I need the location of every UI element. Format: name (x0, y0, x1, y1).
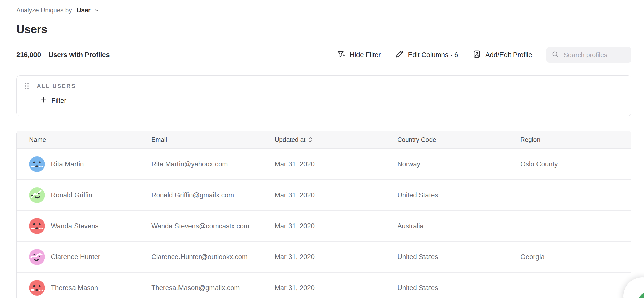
user-region: Georgia (520, 253, 631, 261)
avatar (29, 218, 45, 234)
profile-badge-icon (472, 50, 481, 60)
stats-toolbar-row: 216,000 Users with Profiles Hide Filter (16, 47, 631, 63)
column-header-region[interactable]: Region (520, 136, 631, 143)
analyze-by-label: Analyze Uniques by (16, 7, 72, 14)
user-email: Ronald.Griffin@gmailx.com (151, 191, 275, 199)
column-header-name[interactable]: Name (29, 136, 151, 143)
user-region: Oslo County (520, 160, 631, 168)
user-country: United States (397, 284, 520, 292)
table-row[interactable]: Wanda Stevens Wanda.Stevens@comcastx.com… (17, 211, 631, 242)
table-row[interactable]: Theresa Mason Theresa.Mason@gmailx.com M… (17, 273, 631, 298)
profiles-count-label: Users with Profiles (49, 51, 110, 59)
table-header-row: Name Email Updated at Country Code Regio… (17, 131, 631, 149)
user-updated-at: Mar 31, 2020 (275, 284, 397, 292)
user-email: Clarence.Hunter@outlookx.com (151, 253, 275, 261)
user-updated-at: Mar 31, 2020 (275, 222, 397, 230)
help-fab-icon (638, 291, 644, 298)
add-edit-profile-label: Add/Edit Profile (485, 51, 532, 59)
user-name[interactable]: Wanda Stevens (51, 222, 99, 230)
hide-filter-button[interactable]: Hide Filter (337, 50, 381, 60)
user-updated-at: Mar 31, 2020 (275, 191, 397, 199)
avatar (29, 156, 45, 172)
column-header-updated-at-label: Updated at (275, 136, 305, 143)
add-filter-label: Filter (51, 97, 66, 105)
analyze-bar: Analyze Uniques by User (16, 7, 631, 14)
user-name[interactable]: Theresa Mason (51, 284, 98, 292)
user-updated-at: Mar 31, 2020 (275, 160, 397, 168)
sort-icon[interactable] (308, 137, 312, 142)
avatar (29, 280, 45, 296)
toolbar: Hide Filter Edit Columns · 6 (337, 47, 631, 63)
table-row[interactable]: Ronald Griffin Ronald.Griffin@gmailx.com… (17, 180, 631, 211)
hide-filter-label: Hide Filter (350, 51, 381, 59)
add-edit-profile-button[interactable]: Add/Edit Profile (472, 50, 532, 60)
plus-icon (40, 96, 47, 105)
users-page: Analyze Uniques by User Users 216,000 Us… (0, 7, 644, 298)
user-email: Wanda.Stevens@comcastx.com (151, 222, 275, 230)
filter-group-label: ALL USERS (37, 83, 76, 89)
pencil-icon (395, 50, 404, 60)
page-title: Users (16, 23, 631, 36)
user-email: Theresa.Mason@gmailx.com (151, 284, 275, 292)
user-updated-at: Mar 31, 2020 (275, 253, 397, 261)
search-box[interactable] (546, 47, 631, 63)
filter-panel: ALL USERS Filter (16, 75, 631, 116)
user-country: Australia (397, 222, 520, 230)
column-header-updated-at[interactable]: Updated at (275, 136, 397, 143)
add-filter-button[interactable]: Filter (40, 96, 66, 105)
analyze-by-selector[interactable]: User (77, 7, 91, 14)
edit-columns-label: Edit Columns · 6 (408, 51, 458, 59)
avatar (29, 187, 45, 203)
user-country: United States (397, 253, 520, 261)
chevron-down-icon[interactable] (94, 8, 99, 13)
column-header-email[interactable]: Email (151, 136, 275, 143)
profiles-count: 216,000 (16, 51, 41, 59)
avatar (29, 249, 45, 265)
user-name[interactable]: Rita Martin (51, 160, 84, 168)
funnel-plus-icon (337, 50, 346, 60)
user-country: Norway (397, 160, 520, 168)
edit-columns-button[interactable]: Edit Columns · 6 (395, 50, 458, 60)
users-table: Name Email Updated at Country Code Regio… (16, 131, 631, 298)
user-country: United States (397, 191, 520, 199)
user-name[interactable]: Clarence Hunter (51, 253, 100, 261)
search-icon (551, 50, 559, 59)
user-name[interactable]: Ronald Griffin (51, 191, 92, 199)
user-email: Rita.Martin@yahoox.com (151, 160, 275, 168)
filter-group-row: ALL USERS (25, 83, 631, 89)
table-row[interactable]: Clarence Hunter Clarence.Hunter@outlookx… (17, 242, 631, 273)
table-row[interactable]: Rita Martin Rita.Martin@yahoox.com Mar 3… (17, 149, 631, 180)
search-input[interactable] (563, 51, 626, 59)
drag-handle-icon[interactable] (25, 83, 29, 89)
column-header-country-code[interactable]: Country Code (397, 136, 520, 143)
